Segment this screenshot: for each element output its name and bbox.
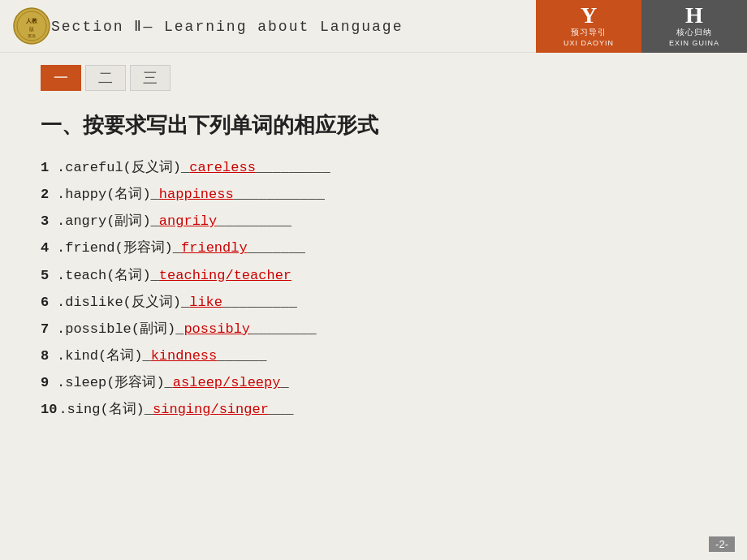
tab-2[interactable]: 二	[85, 65, 126, 91]
svg-point-0	[14, 8, 50, 44]
svg-text:人教: 人教	[25, 18, 38, 24]
header-title: Section Ⅱ— Learning about Language	[51, 17, 403, 35]
q-num-2: 2	[41, 181, 55, 208]
q-text-10: .sing(名词)_singing/singer___	[58, 396, 293, 423]
q-answer-5: teaching/teacher	[159, 268, 291, 283]
page-number: -2-	[709, 536, 735, 552]
svg-text:版: 版	[29, 27, 34, 32]
q-answer-7: possibly	[184, 321, 250, 337]
q-text-9: .sleep(形容词)_asleep/sleepy_	[57, 369, 289, 396]
svg-text:英语: 英语	[28, 33, 36, 38]
q-text-3: .angry(副词)_angrily_________	[57, 208, 291, 235]
question-item-9: 9 .sleep(形容词)_asleep/sleepy_	[41, 369, 706, 396]
q-num-5: 5	[41, 262, 55, 289]
question-item-1: 1 .careful(反义词)_careless_________	[41, 154, 706, 181]
main-content: 一、按要求写出下列单词的相应形式 1 .careful(反义词)_careles…	[0, 103, 747, 431]
badge-y-letter: Y	[581, 4, 597, 27]
badge-y-text: 预习导引 UXI DAOYIN	[563, 27, 614, 49]
q-answer-8: kindness	[151, 348, 218, 364]
question-item-6: 6 .dislike(反义词)_like_________	[41, 289, 706, 316]
q-text-7: .possible(副词)_possibly________	[57, 316, 317, 342]
header-badges: Y 预习导引 UXI DAOYIN H 核心归纳 EXIN GUINA	[536, 0, 747, 53]
q-num-6: 6	[41, 289, 55, 316]
question-item-2: 2 .happy(名词)_happiness___________	[41, 181, 706, 208]
q-num-9: 9	[41, 369, 55, 396]
q-answer-3: angrily	[159, 213, 217, 229]
q-answer-6: like	[189, 295, 222, 310]
badge-h-letter: H	[685, 4, 703, 27]
q-answer-9: asleep/sleepy	[173, 375, 281, 390]
q-text-5: .teach(名词)_teaching/teacher	[57, 262, 291, 289]
badge-h-text: 核心归纳 EXIN GUINA	[669, 27, 719, 49]
question-item-7: 7 .possible(副词)_possibly________	[41, 316, 706, 342]
tab-row: 一 二 三	[0, 53, 747, 103]
q-text-1: .careful(反义词)_careless_________	[57, 154, 330, 181]
q-text-8: .kind(名词)_kindness______	[57, 342, 266, 369]
q-text-2: .happy(名词)_happiness___________	[57, 181, 325, 208]
q-answer-2: happiness	[159, 187, 234, 202]
q-num-1: 1	[41, 154, 55, 181]
badge-y: Y 预习导引 UXI DAOYIN	[536, 0, 641, 53]
logo-icon: 人教 版 英语	[12, 6, 51, 45]
tab-1[interactable]: 一	[41, 65, 81, 91]
header: 人教 版 英语 Section Ⅱ— Learning about Langua…	[0, 0, 747, 53]
q-num-10: 10	[41, 396, 57, 423]
question-list: 1 .careful(反义词)_careless_________ 2 .hap…	[41, 154, 706, 423]
q-text-4: .friend(形容词)_friendly_______	[57, 235, 305, 261]
badge-h: H 核心归纳 EXIN GUINA	[641, 0, 747, 53]
question-item-5: 5 .teach(名词)_teaching/teacher	[41, 262, 706, 289]
q-num-7: 7	[41, 316, 55, 342]
q-num-3: 3	[41, 208, 55, 235]
q-num-4: 4	[41, 235, 55, 261]
q-answer-1: careless	[189, 160, 256, 175]
q-answer-4: friendly	[181, 240, 248, 256]
question-item-4: 4 .friend(形容词)_friendly_______	[41, 235, 706, 261]
section-title: 一、按要求写出下列单词的相应形式	[41, 111, 706, 140]
question-item-3: 3 .angry(副词)_angrily_________	[41, 208, 706, 235]
tab-3[interactable]: 三	[130, 65, 171, 91]
question-item-8: 8 .kind(名词)_kindness______	[41, 342, 706, 369]
q-text-6: .dislike(反义词)_like_________	[57, 289, 297, 316]
q-answer-10: singing/singer	[153, 402, 269, 417]
question-item-10: 10 .sing(名词)_singing/singer___	[41, 396, 706, 423]
q-num-8: 8	[41, 342, 55, 369]
